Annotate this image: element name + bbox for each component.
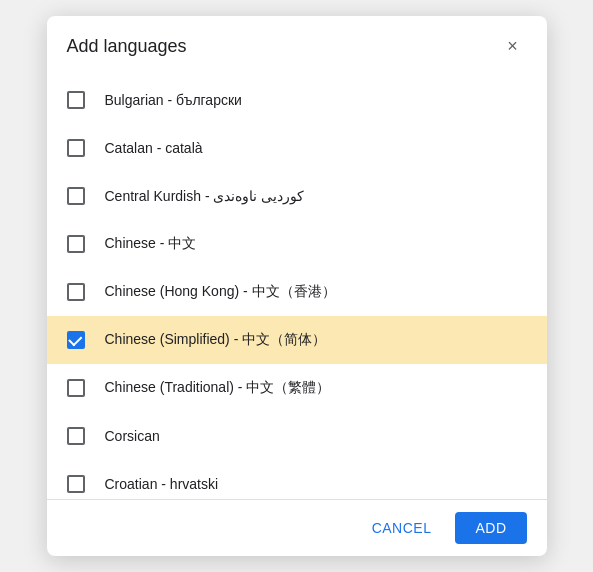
checkbox-croatian[interactable] — [67, 475, 85, 493]
checkbox-corsican[interactable] — [67, 427, 85, 445]
dialog-title: Add languages — [67, 36, 187, 57]
checkbox-chinese-simplified[interactable] — [67, 331, 85, 349]
add-button[interactable]: ADD — [455, 512, 526, 544]
checkbox-catalan[interactable] — [67, 139, 85, 157]
dialog-footer: CANCEL ADD — [47, 499, 547, 556]
item-label-corsican: Corsican — [105, 428, 160, 444]
list-item-chinese-hk[interactable]: Chinese (Hong Kong) - 中文（香港） — [47, 268, 547, 316]
cancel-button[interactable]: CANCEL — [356, 512, 448, 544]
list-item-chinese[interactable]: Chinese - 中文 — [47, 220, 547, 268]
list-item-corsican[interactable]: Corsican — [47, 412, 547, 460]
item-label-chinese-traditional: Chinese (Traditional) - 中文（繁體） — [105, 379, 331, 397]
list-item-chinese-traditional[interactable]: Chinese (Traditional) - 中文（繁體） — [47, 364, 547, 412]
item-label-croatian: Croatian - hrvatski — [105, 476, 219, 492]
dialog-header: Add languages × — [47, 16, 547, 72]
item-label-chinese: Chinese - 中文 — [105, 235, 197, 253]
checkbox-bulgarian[interactable] — [67, 91, 85, 109]
item-label-catalan: Catalan - català — [105, 140, 203, 156]
item-label-chinese-simplified: Chinese (Simplified) - 中文（简体） — [105, 331, 327, 349]
list-item-catalan[interactable]: Catalan - català — [47, 124, 547, 172]
list-item-central-kurdish[interactable]: Central Kurdish - كوردیی ناوەندی — [47, 172, 547, 220]
checkbox-chinese-hk[interactable] — [67, 283, 85, 301]
language-list: Bulgarian - българскиCatalan - catalàCen… — [47, 72, 547, 499]
item-label-bulgarian: Bulgarian - български — [105, 92, 242, 108]
item-label-chinese-hk: Chinese (Hong Kong) - 中文（香港） — [105, 283, 336, 301]
checkbox-chinese-traditional[interactable] — [67, 379, 85, 397]
add-languages-dialog: Add languages × Bulgarian - българскиCat… — [47, 16, 547, 556]
list-item-bulgarian[interactable]: Bulgarian - български — [47, 76, 547, 124]
checkbox-chinese[interactable] — [67, 235, 85, 253]
list-item-chinese-simplified[interactable]: Chinese (Simplified) - 中文（简体） — [47, 316, 547, 364]
close-button[interactable]: × — [499, 32, 527, 60]
item-label-central-kurdish: Central Kurdish - كوردیی ناوەندی — [105, 188, 305, 204]
checkbox-central-kurdish[interactable] — [67, 187, 85, 205]
list-item-croatian[interactable]: Croatian - hrvatski — [47, 460, 547, 499]
